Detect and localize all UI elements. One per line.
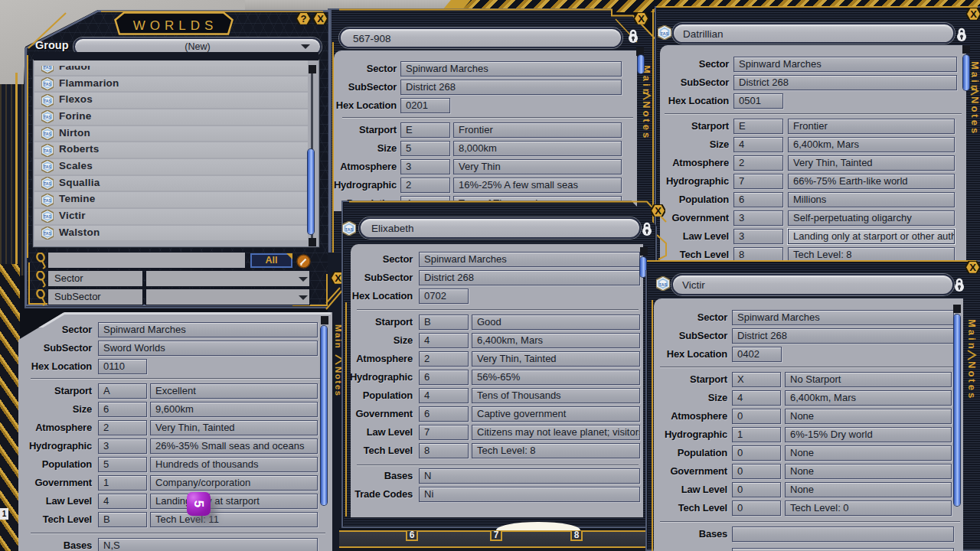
svg-text:TAS: TAS: [44, 66, 51, 70]
svg-text:TAS: TAS: [44, 215, 51, 220]
svg-text:TAS: TAS: [345, 227, 353, 232]
svg-text:TAS: TAS: [44, 198, 51, 203]
svg-text:TAS: TAS: [660, 31, 668, 36]
svg-text:WORLDS: WORLDS: [133, 18, 218, 33]
svg-text:TAS: TAS: [44, 231, 51, 236]
svg-text:X: X: [638, 12, 645, 24]
svg-text:TAS: TAS: [44, 116, 51, 120]
svg-text:X: X: [655, 204, 662, 216]
svg-text:TAS: TAS: [44, 82, 51, 86]
svg-text:X: X: [317, 12, 324, 24]
svg-text:X: X: [969, 261, 976, 272]
svg-text:TAS: TAS: [658, 282, 667, 287]
svg-text:?: ?: [300, 12, 306, 24]
svg-text:TAS: TAS: [44, 181, 51, 186]
svg-text:TAS: TAS: [44, 99, 51, 103]
svg-text:TAS: TAS: [44, 165, 51, 170]
svg-text:TAS: TAS: [44, 132, 51, 136]
svg-text:TAS: TAS: [44, 148, 51, 153]
svg-text:X: X: [970, 8, 977, 19]
